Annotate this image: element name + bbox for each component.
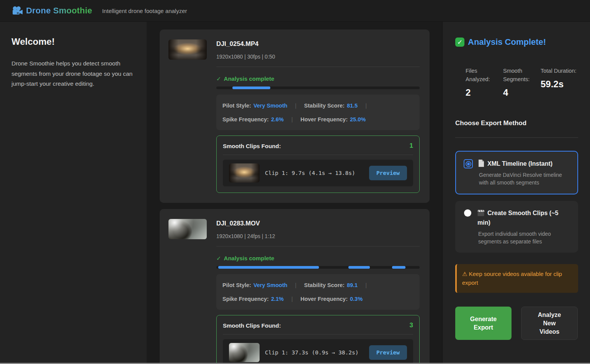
divider (216, 246, 420, 246)
video-meta: 1920x1080 | 30fps | 0:50 (216, 54, 420, 60)
clip-thumbnail (229, 163, 260, 183)
stat-pair: Spike Frequency:2.6% (222, 116, 284, 122)
analyze-new-videos-button[interactable]: Analyze New Videos (521, 307, 578, 340)
clip-row: Clip 1: 9.7s (4.1s → 13.8s) Preview (223, 160, 413, 186)
stat-separator: | (291, 116, 293, 122)
app-window: Drone Smoothie Intelligent drone footage… (0, 0, 590, 364)
video-card: DJI_0254.MP4 1920x1080 | 30fps | 0:50 ✓A… (160, 29, 430, 203)
action-buttons: Generate Export Analyze New Videos (455, 307, 578, 340)
analysis-status: ✓Analysis complete (216, 75, 420, 82)
clip-info: Clip 1: 9.7s (4.1s → 13.8s) (265, 170, 369, 176)
summary-value: 59.2s (541, 79, 578, 90)
clip-row: Clip 1: 37.3s (0.9s → 38.2s) Preview (223, 339, 413, 364)
stat-pair: Hover Frequency:25.0% (301, 116, 366, 122)
stat-pair: Stability Score:89.1 (304, 282, 358, 288)
stats-row: Pilot Style:Very Smooth | Stability Scor… (222, 103, 413, 109)
stats-row: Spike Frequency:2.1% | Hover Frequency:0… (222, 296, 413, 302)
radio-selected-icon[interactable] (464, 159, 473, 168)
results-title-text: Analysis Complete! (468, 37, 546, 47)
export-method-heading: Choose Export Method (455, 119, 578, 127)
stats-panel: Pilot Style:Very Smooth | Stability Scor… (216, 274, 420, 310)
warning-text: Keep source videos available for clip ex… (462, 271, 562, 286)
export-option-title: Create Smooth Clips (~5 min) (477, 210, 558, 226)
video-filename: DJI_0254.MP4 (216, 39, 420, 47)
app-tagline: Intelligent drone footage analyzer (102, 8, 187, 14)
summary-label: Smooth Segments: (503, 67, 540, 83)
video-meta: 1920x1080 | 24fps | 1:12 (216, 233, 420, 239)
stat-pair: Stability Score:81.5 (304, 103, 358, 109)
smoothness-timeline-bar (216, 266, 420, 269)
check-icon: ✓ (216, 255, 221, 261)
status-text: Analysis complete (224, 255, 275, 261)
clapperboard-icon (477, 210, 484, 216)
summary-label: Total Duration: (541, 67, 578, 75)
video-thumbnail (168, 219, 207, 239)
movie-camera-icon (12, 6, 23, 15)
generate-export-button[interactable]: Generate Export (455, 307, 512, 340)
stat-separator: | (295, 103, 297, 109)
welcome-description: Drone Smoothie helps you detect smooth s… (11, 59, 135, 89)
divider (455, 137, 578, 138)
analysis-status: ✓Analysis complete (216, 255, 420, 262)
analysis-complete-title: ✓ Analysis Complete! (455, 37, 578, 47)
welcome-panel: Welcome! Drone Smoothie helps you detect… (0, 22, 147, 364)
check-emoji-icon: ✓ (455, 38, 464, 47)
summary-item: Smooth Segments: 4 (503, 67, 540, 98)
app-header: Drone Smoothie Intelligent drone footage… (0, 0, 590, 22)
video-list: DJI_0254.MP4 1920x1080 | 30fps | 0:50 ✓A… (147, 22, 442, 364)
clip-info: Clip 1: 37.3s (0.9s → 38.2s) (265, 349, 369, 356)
smoothness-timeline-bar (216, 87, 420, 89)
summary-value: 4 (503, 87, 540, 98)
clips-found-label: Smooth Clips Found: (223, 322, 281, 329)
summary-item: Files Analyzed: 2 (466, 67, 503, 98)
divider (216, 67, 420, 67)
stat-separator: | (365, 282, 367, 288)
welcome-title: Welcome! (11, 36, 135, 47)
clips-count-badge: 3 (410, 322, 413, 329)
video-card: DJI_0283.MOV 1920x1080 | 24fps | 1:12 ✓A… (160, 209, 430, 364)
warning-icon: ⚠ (462, 271, 467, 277)
divider (223, 155, 413, 155)
export-option-xml-timeline[interactable]: XML Timeline (Instant) Generate DaVinci … (455, 151, 578, 194)
summary-item: Total Duration: 59.2s (541, 67, 578, 98)
smooth-clips-box: Smooth Clips Found: 1 Clip 1: 9.7s (4.1s… (216, 135, 420, 193)
preview-button[interactable]: Preview (369, 345, 407, 360)
app-title: Drone Smoothie (26, 6, 92, 16)
status-text: Analysis complete (224, 75, 275, 82)
stat-pair: Hover Frequency:0.3% (301, 296, 363, 302)
stat-separator: | (365, 103, 367, 109)
radio-unselected-icon[interactable] (464, 209, 471, 217)
stat-pair: Pilot Style:Very Smooth (222, 103, 288, 109)
export-option-create-clips[interactable]: Create Smooth Clips (~5 min) Export indi… (455, 201, 578, 253)
file-document-icon (478, 160, 484, 167)
stat-separator: | (291, 296, 293, 302)
export-option-description: Export individual smooth video segments … (478, 230, 570, 245)
video-thumbnail (168, 39, 207, 60)
export-option-description: Generate DaVinci Resolve timeline with a… (479, 171, 570, 186)
clips-count-badge: 1 (410, 142, 413, 150)
video-filename: DJI_0283.MOV (216, 219, 420, 227)
results-panel: ✓ Analysis Complete! Files Analyzed: 2 S… (442, 22, 590, 364)
export-warning-banner: ⚠Keep source videos available for clip e… (455, 264, 578, 293)
stats-panel: Pilot Style:Very Smooth | Stability Scor… (216, 95, 420, 130)
stats-row: Spike Frequency:2.6% | Hover Frequency:2… (222, 116, 413, 122)
summary-stats: Files Analyzed: 2 Smooth Segments: 4 Tot… (466, 67, 578, 98)
stats-row: Pilot Style:Very Smooth | Stability Scor… (222, 282, 413, 288)
export-option-title: XML Timeline (Instant) (487, 160, 552, 167)
clips-found-label: Smooth Clips Found: (223, 143, 281, 149)
smooth-clips-box: Smooth Clips Found: 3 Clip 1: 37.3s (0.9… (216, 315, 420, 364)
stat-pair: Pilot Style:Very Smooth (222, 282, 288, 288)
stat-pair: Spike Frequency:2.1% (222, 296, 284, 302)
clip-thumbnail (229, 343, 260, 362)
summary-value: 2 (466, 87, 503, 98)
stat-separator: | (295, 282, 297, 288)
check-icon: ✓ (216, 75, 221, 82)
preview-button[interactable]: Preview (369, 166, 407, 180)
divider (223, 334, 413, 335)
summary-label: Files Analyzed: (466, 67, 503, 83)
